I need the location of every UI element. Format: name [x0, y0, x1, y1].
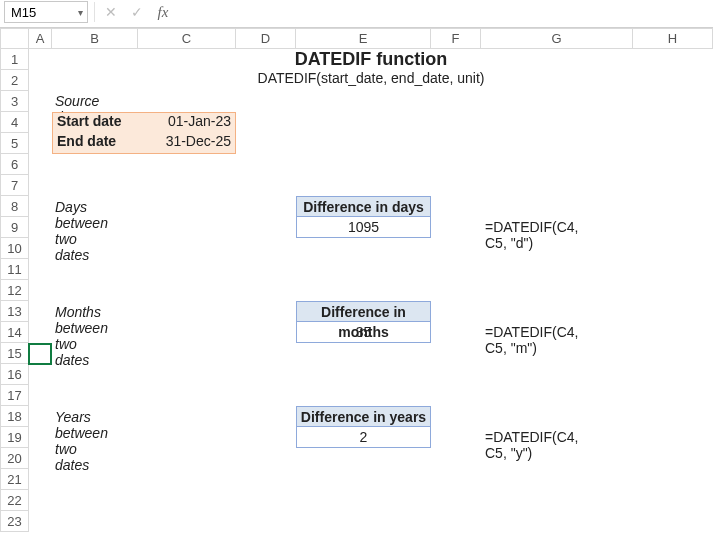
row-header[interactable]: 15: [1, 343, 29, 364]
cell[interactable]: [29, 490, 52, 511]
row-header[interactable]: 7: [1, 175, 29, 196]
column-header[interactable]: A: [29, 29, 52, 49]
cell[interactable]: [296, 448, 431, 469]
cell[interactable]: [431, 427, 481, 448]
row-header[interactable]: 11: [1, 259, 29, 280]
cell[interactable]: [431, 154, 481, 175]
row-header[interactable]: 23: [1, 511, 29, 532]
column-header[interactable]: E: [296, 29, 431, 49]
cell[interactable]: [29, 217, 52, 238]
cell[interactable]: [431, 322, 481, 343]
cell[interactable]: [481, 469, 633, 490]
cell[interactable]: [481, 280, 633, 301]
cell[interactable]: [29, 406, 52, 427]
cell[interactable]: [633, 175, 713, 196]
cell[interactable]: [633, 259, 713, 280]
cell[interactable]: [633, 322, 713, 343]
cell[interactable]: [29, 70, 52, 91]
cell[interactable]: [29, 364, 52, 385]
cell[interactable]: [633, 343, 713, 364]
cell[interactable]: [29, 385, 52, 406]
cell[interactable]: [236, 385, 296, 406]
cell[interactable]: [481, 154, 633, 175]
cell[interactable]: [138, 238, 236, 259]
cell[interactable]: [633, 217, 713, 238]
column-header[interactable]: H: [633, 29, 713, 49]
cell[interactable]: [296, 469, 431, 490]
cell[interactable]: [29, 322, 52, 343]
cell[interactable]: [431, 238, 481, 259]
cell[interactable]: [52, 490, 138, 511]
column-header[interactable]: D: [236, 29, 296, 49]
cell[interactable]: [29, 427, 52, 448]
cell[interactable]: [431, 490, 481, 511]
cell[interactable]: [481, 490, 633, 511]
cell[interactable]: [138, 301, 236, 322]
cell[interactable]: [138, 217, 236, 238]
cell[interactable]: [296, 490, 431, 511]
column-header[interactable]: G: [481, 29, 633, 49]
cell[interactable]: [29, 469, 52, 490]
cell[interactable]: [138, 406, 236, 427]
cell[interactable]: [29, 301, 52, 322]
cell[interactable]: [29, 154, 52, 175]
cell[interactable]: [431, 133, 481, 154]
cell[interactable]: [236, 448, 296, 469]
cell[interactable]: [431, 175, 481, 196]
cell[interactable]: [633, 133, 713, 154]
cell[interactable]: [236, 427, 296, 448]
row-header[interactable]: 17: [1, 385, 29, 406]
cell[interactable]: [481, 112, 633, 133]
cell[interactable]: [138, 259, 236, 280]
row-header[interactable]: 8: [1, 196, 29, 217]
row-header[interactable]: 2: [1, 70, 29, 91]
row-header[interactable]: 16: [1, 364, 29, 385]
row-header[interactable]: 20: [1, 448, 29, 469]
cell[interactable]: [431, 91, 481, 112]
cell[interactable]: [236, 217, 296, 238]
cell[interactable]: [481, 364, 633, 385]
cell[interactable]: [29, 511, 52, 532]
cell[interactable]: [29, 112, 52, 133]
select-all-corner[interactable]: [1, 29, 29, 49]
cell[interactable]: [633, 301, 713, 322]
cell[interactable]: [138, 322, 236, 343]
cell[interactable]: [633, 196, 713, 217]
cell[interactable]: [431, 280, 481, 301]
cell[interactable]: [236, 469, 296, 490]
cell[interactable]: [296, 238, 431, 259]
cell[interactable]: [138, 469, 236, 490]
cell[interactable]: [236, 112, 296, 133]
cell[interactable]: [481, 91, 633, 112]
cell[interactable]: [138, 385, 236, 406]
cell[interactable]: [431, 511, 481, 532]
cell[interactable]: [296, 112, 431, 133]
cell[interactable]: [296, 385, 431, 406]
cell[interactable]: [633, 406, 713, 427]
row-header[interactable]: 21: [1, 469, 29, 490]
cell[interactable]: [52, 280, 138, 301]
row-header[interactable]: 9: [1, 217, 29, 238]
cell[interactable]: [633, 154, 713, 175]
cell[interactable]: [138, 91, 236, 112]
column-header[interactable]: B: [52, 29, 138, 49]
cell[interactable]: [138, 196, 236, 217]
cell[interactable]: [296, 280, 431, 301]
cell[interactable]: [29, 196, 52, 217]
cell[interactable]: [29, 133, 52, 154]
name-box[interactable]: ▾: [4, 1, 88, 23]
cell[interactable]: [296, 511, 431, 532]
cell[interactable]: [633, 91, 713, 112]
cell[interactable]: [236, 133, 296, 154]
cell[interactable]: [633, 280, 713, 301]
fx-icon[interactable]: fx: [153, 1, 173, 23]
cell[interactable]: [633, 112, 713, 133]
cell[interactable]: [236, 301, 296, 322]
cell[interactable]: [481, 175, 633, 196]
cell[interactable]: [236, 175, 296, 196]
cell[interactable]: [52, 511, 138, 532]
cell[interactable]: [481, 259, 633, 280]
row-header[interactable]: 22: [1, 490, 29, 511]
cell[interactable]: [296, 154, 431, 175]
cell[interactable]: [52, 385, 138, 406]
